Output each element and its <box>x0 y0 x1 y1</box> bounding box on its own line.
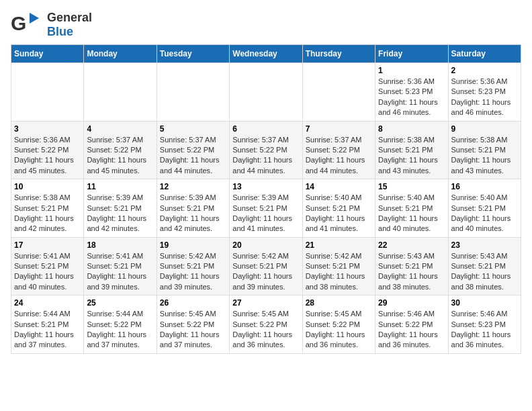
day-number: 25 <box>87 298 153 308</box>
day-number: 23 <box>451 240 518 250</box>
day-number: 27 <box>232 298 299 308</box>
calendar-cell: 17Sunrise: 5:41 AM Sunset: 5:21 PM Dayli… <box>11 237 84 295</box>
day-info: Sunrise: 5:43 AM Sunset: 5:21 PM Dayligh… <box>451 251 518 293</box>
weekday-header-wednesday: Wednesday <box>230 45 302 63</box>
day-number: 19 <box>160 240 226 250</box>
logo: GGeneral Blue <box>11 11 92 39</box>
day-info: Sunrise: 5:46 AM Sunset: 5:22 PM Dayligh… <box>378 309 445 351</box>
calendar-cell: 27Sunrise: 5:45 AM Sunset: 5:22 PM Dayli… <box>230 295 302 354</box>
day-info: Sunrise: 5:39 AM Sunset: 5:21 PM Dayligh… <box>160 193 226 234</box>
calendar-cell: 6Sunrise: 5:37 AM Sunset: 5:22 PM Daylig… <box>230 121 302 179</box>
calendar-cell: 10Sunrise: 5:38 AM Sunset: 5:21 PM Dayli… <box>11 179 84 238</box>
calendar-cell: 20Sunrise: 5:42 AM Sunset: 5:21 PM Dayli… <box>230 237 302 295</box>
day-info: Sunrise: 5:39 AM Sunset: 5:21 PM Dayligh… <box>232 193 299 234</box>
day-info: Sunrise: 5:43 AM Sunset: 5:21 PM Dayligh… <box>378 251 445 293</box>
logo-svg: G <box>11 11 44 38</box>
day-info: Sunrise: 5:45 AM Sunset: 5:22 PM Dayligh… <box>306 309 372 351</box>
day-number: 12 <box>160 182 226 191</box>
day-number: 3 <box>14 124 81 134</box>
day-info: Sunrise: 5:45 AM Sunset: 5:22 PM Dayligh… <box>232 309 299 351</box>
day-info: Sunrise: 5:37 AM Sunset: 5:22 PM Dayligh… <box>160 135 226 177</box>
day-info: Sunrise: 5:40 AM Sunset: 5:21 PM Dayligh… <box>451 193 518 234</box>
calendar-cell: 23Sunrise: 5:43 AM Sunset: 5:21 PM Dayli… <box>448 237 521 295</box>
svg-text:G: G <box>11 12 26 34</box>
weekday-header-saturday: Saturday <box>448 45 521 63</box>
day-number: 5 <box>160 124 226 134</box>
calendar-cell: 28Sunrise: 5:45 AM Sunset: 5:22 PM Dayli… <box>302 295 375 354</box>
day-number: 20 <box>232 240 299 250</box>
week-row-3: 10Sunrise: 5:38 AM Sunset: 5:21 PM Dayli… <box>11 179 521 238</box>
calendar-cell: 3Sunrise: 5:36 AM Sunset: 5:22 PM Daylig… <box>11 121 84 179</box>
calendar-table: SundayMondayTuesdayWednesdayThursdayFrid… <box>11 44 521 354</box>
calendar-cell: 4Sunrise: 5:37 AM Sunset: 5:22 PM Daylig… <box>84 121 157 179</box>
calendar-cell: 16Sunrise: 5:40 AM Sunset: 5:21 PM Dayli… <box>448 179 521 238</box>
weekday-header-monday: Monday <box>84 45 157 63</box>
week-row-2: 3Sunrise: 5:36 AM Sunset: 5:22 PM Daylig… <box>11 121 521 179</box>
day-info: Sunrise: 5:38 AM Sunset: 5:21 PM Dayligh… <box>378 135 445 177</box>
weekday-header-sunday: Sunday <box>11 45 84 63</box>
calendar-cell <box>11 63 84 122</box>
calendar-cell: 1Sunrise: 5:36 AM Sunset: 5:23 PM Daylig… <box>375 63 448 122</box>
day-info: Sunrise: 5:46 AM Sunset: 5:23 PM Dayligh… <box>451 309 518 351</box>
day-number: 9 <box>451 124 518 134</box>
day-info: Sunrise: 5:42 AM Sunset: 5:21 PM Dayligh… <box>232 251 299 293</box>
week-row-5: 24Sunrise: 5:44 AM Sunset: 5:21 PM Dayli… <box>11 295 521 354</box>
header: GGeneral Blue <box>11 11 521 39</box>
day-number: 6 <box>232 124 299 134</box>
day-number: 18 <box>87 240 153 250</box>
day-info: Sunrise: 5:40 AM Sunset: 5:21 PM Dayligh… <box>306 193 372 234</box>
day-number: 15 <box>378 182 445 191</box>
day-info: Sunrise: 5:36 AM Sunset: 5:22 PM Dayligh… <box>14 135 81 177</box>
day-info: Sunrise: 5:41 AM Sunset: 5:21 PM Dayligh… <box>14 251 81 293</box>
calendar-cell: 5Sunrise: 5:37 AM Sunset: 5:22 PM Daylig… <box>157 121 229 179</box>
day-number: 17 <box>14 240 81 250</box>
day-number: 4 <box>87 124 153 134</box>
calendar-cell: 15Sunrise: 5:40 AM Sunset: 5:21 PM Dayli… <box>375 179 448 238</box>
day-info: Sunrise: 5:37 AM Sunset: 5:22 PM Dayligh… <box>306 135 372 177</box>
svg-marker-1 <box>30 13 39 24</box>
calendar-cell <box>157 63 229 122</box>
calendar-cell: 22Sunrise: 5:43 AM Sunset: 5:21 PM Dayli… <box>375 237 448 295</box>
calendar-cell <box>302 63 375 122</box>
calendar-cell: 14Sunrise: 5:40 AM Sunset: 5:21 PM Dayli… <box>302 179 375 238</box>
day-number: 8 <box>378 124 445 134</box>
calendar-cell: 2Sunrise: 5:36 AM Sunset: 5:23 PM Daylig… <box>448 63 521 122</box>
day-number: 29 <box>378 298 445 308</box>
day-info: Sunrise: 5:38 AM Sunset: 5:21 PM Dayligh… <box>451 135 518 177</box>
weekday-header-tuesday: Tuesday <box>157 45 229 63</box>
calendar-cell: 12Sunrise: 5:39 AM Sunset: 5:21 PM Dayli… <box>157 179 229 238</box>
calendar-cell: 19Sunrise: 5:42 AM Sunset: 5:21 PM Dayli… <box>157 237 229 295</box>
day-number: 22 <box>378 240 445 250</box>
day-info: Sunrise: 5:40 AM Sunset: 5:21 PM Dayligh… <box>378 193 445 234</box>
weekday-header-row: SundayMondayTuesdayWednesdayThursdayFrid… <box>11 45 521 63</box>
day-info: Sunrise: 5:37 AM Sunset: 5:22 PM Dayligh… <box>232 135 299 177</box>
calendar-cell: 13Sunrise: 5:39 AM Sunset: 5:21 PM Dayli… <box>230 179 302 238</box>
day-info: Sunrise: 5:45 AM Sunset: 5:22 PM Dayligh… <box>160 309 226 351</box>
day-info: Sunrise: 5:39 AM Sunset: 5:21 PM Dayligh… <box>87 193 153 234</box>
day-number: 13 <box>232 182 299 191</box>
calendar-cell: 21Sunrise: 5:42 AM Sunset: 5:21 PM Dayli… <box>302 237 375 295</box>
day-number: 2 <box>451 66 518 75</box>
day-info: Sunrise: 5:36 AM Sunset: 5:23 PM Dayligh… <box>451 77 518 118</box>
day-info: Sunrise: 5:44 AM Sunset: 5:22 PM Dayligh… <box>87 309 153 351</box>
day-number: 30 <box>451 298 518 308</box>
calendar-cell: 26Sunrise: 5:45 AM Sunset: 5:22 PM Dayli… <box>157 295 229 354</box>
day-number: 14 <box>306 182 372 191</box>
weekday-header-friday: Friday <box>375 45 448 63</box>
calendar-cell: 25Sunrise: 5:44 AM Sunset: 5:22 PM Dayli… <box>84 295 157 354</box>
calendar-cell: 18Sunrise: 5:41 AM Sunset: 5:21 PM Dayli… <box>84 237 157 295</box>
calendar-cell <box>84 63 157 122</box>
day-info: Sunrise: 5:41 AM Sunset: 5:21 PM Dayligh… <box>87 251 153 293</box>
day-info: Sunrise: 5:36 AM Sunset: 5:23 PM Dayligh… <box>378 77 445 118</box>
day-number: 1 <box>378 66 445 75</box>
day-info: Sunrise: 5:44 AM Sunset: 5:21 PM Dayligh… <box>14 309 81 351</box>
weekday-header-thursday: Thursday <box>302 45 375 63</box>
calendar-cell: 30Sunrise: 5:46 AM Sunset: 5:23 PM Dayli… <box>448 295 521 354</box>
day-info: Sunrise: 5:38 AM Sunset: 5:21 PM Dayligh… <box>14 193 81 234</box>
day-number: 24 <box>14 298 81 308</box>
calendar-cell: 24Sunrise: 5:44 AM Sunset: 5:21 PM Dayli… <box>11 295 84 354</box>
calendar-cell: 29Sunrise: 5:46 AM Sunset: 5:22 PM Dayli… <box>375 295 448 354</box>
calendar-cell <box>230 63 302 122</box>
calendar-cell: 11Sunrise: 5:39 AM Sunset: 5:21 PM Dayli… <box>84 179 157 238</box>
day-info: Sunrise: 5:42 AM Sunset: 5:21 PM Dayligh… <box>160 251 226 293</box>
